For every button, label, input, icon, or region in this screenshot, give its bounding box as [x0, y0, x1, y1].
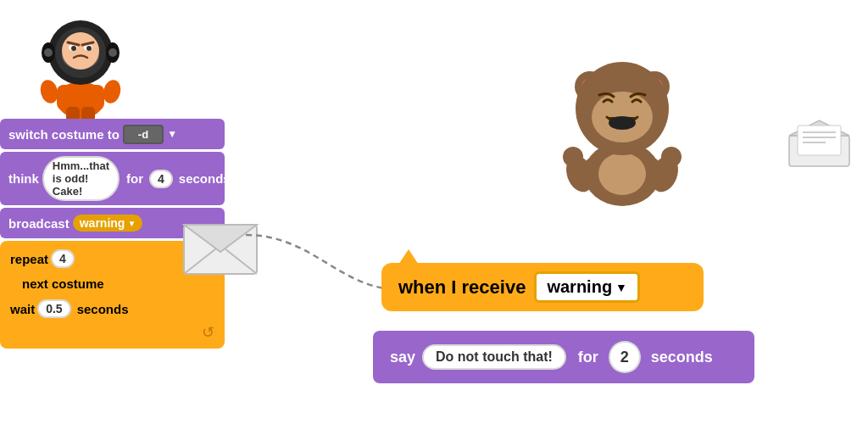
svg-point-11	[71, 46, 76, 51]
wait-value: 0.5	[37, 299, 70, 318]
think-block: think Hmm...that is odd! Cake! for 4 sec…	[0, 152, 225, 205]
switch-costume-label: switch costume to	[8, 127, 120, 142]
left-character	[25, 0, 136, 123]
svg-point-18	[108, 48, 117, 57]
think-seconds-val: 4	[149, 170, 173, 188]
broadcast-value-dropdown[interactable]: warning ▼	[73, 215, 143, 232]
say-seconds: seconds	[651, 349, 713, 366]
svg-point-37	[609, 116, 636, 130]
svg-point-38	[563, 147, 583, 167]
svg-point-12	[86, 46, 92, 51]
costume-value: -d	[123, 125, 164, 144]
svg-rect-1	[57, 85, 104, 110]
broadcast-label: broadcast	[8, 216, 70, 231]
think-value: Hmm...that is odd! Cake!	[42, 156, 120, 201]
say-for: for	[578, 349, 598, 366]
loop-arrow: ↺	[3, 323, 221, 342]
right-character	[537, 25, 707, 212]
wait-seconds: seconds	[77, 302, 129, 316]
wait-block: wait 0.5 seconds	[3, 296, 221, 321]
svg-point-8	[62, 32, 99, 70]
svg-point-17	[44, 48, 53, 57]
say-value: Do not touch that!	[422, 344, 566, 370]
svg-point-28	[598, 153, 646, 195]
svg-rect-42	[798, 126, 841, 155]
receive-block: when I receive warning ▼	[381, 263, 704, 311]
repeat-label: repeat	[10, 252, 48, 266]
receive-value-dropdown[interactable]: warning ▼	[534, 271, 640, 303]
costume-arrow: ▼	[167, 128, 177, 140]
switch-costume-block: switch costume to -d ▼	[0, 119, 225, 149]
receive-label: when I receive	[398, 276, 526, 299]
say-seconds-val: 2	[609, 341, 641, 373]
say-block: say Do not touch that! for 2 seconds	[373, 331, 754, 383]
next-costume-label: next costume	[22, 276, 104, 291]
svg-point-39	[661, 147, 682, 167]
say-label: say	[390, 349, 415, 366]
receive-arrow: ▼	[615, 281, 627, 294]
wait-label: wait	[10, 302, 35, 316]
envelope-right	[787, 119, 851, 171]
repeat-value: 4	[51, 249, 75, 268]
think-label: think	[8, 171, 39, 186]
